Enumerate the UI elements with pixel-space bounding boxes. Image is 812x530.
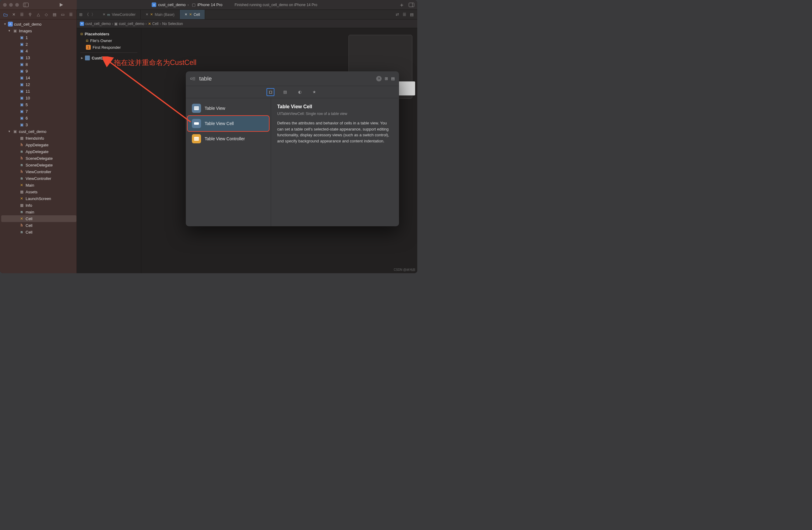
image-file-row[interactable]: ▣6 (1, 115, 76, 121)
breadcrumb-item[interactable]: cust_cell_demo (85, 22, 111, 26)
run-button[interactable] (59, 3, 63, 7)
close-tab-icon[interactable]: ✕ (185, 13, 187, 16)
minimize-window-icon[interactable] (9, 3, 13, 7)
symbol-navigator-tab[interactable]: ☰ (19, 12, 25, 17)
scheme-selector[interactable]: A cust_cell_demo › (152, 2, 189, 7)
editor-tab[interactable]: ✕✕Main (Base) (141, 10, 180, 19)
project-root-row[interactable]: ▼ A cust_cell_demo (1, 21, 76, 27)
editor-tab[interactable]: ✕✕Cell (180, 10, 205, 19)
cube-icon: ⧈ (86, 38, 88, 43)
source-file-row[interactable]: hAppDelegate (1, 141, 76, 148)
app-icon: A (8, 22, 13, 27)
file-label: Cell (26, 223, 32, 228)
library-search-input[interactable] (199, 75, 373, 82)
sidebar-toggle-icon[interactable] (23, 3, 29, 7)
image-file-row[interactable]: ▣10 (1, 95, 76, 101)
library-result-row[interactable]: Table View Cell (188, 116, 269, 131)
back-button[interactable]: 〈 (85, 12, 89, 17)
images-group-row[interactable]: ▼ ▣ Images (1, 27, 76, 34)
debug-navigator-tab[interactable]: ▤ (52, 12, 57, 17)
detail-title: Table View Cell (277, 103, 393, 110)
close-window-icon[interactable] (3, 3, 7, 7)
library-menu-icon[interactable] (190, 76, 195, 81)
destination-selector[interactable]: ▢ iPhone 14 Pro (192, 2, 222, 7)
breakpoint-navigator-tab[interactable]: ▭ (60, 12, 65, 17)
source-file-row[interactable]: ▦friendsInfo (1, 135, 76, 141)
add-editor-icon[interactable]: ▤ (410, 12, 414, 17)
breadcrumb-item[interactable]: cust_cell_demo (119, 22, 144, 26)
chevron-right-icon: › (112, 22, 113, 26)
image-file-row[interactable]: ▣9 (1, 68, 76, 74)
file-label: 3 (26, 123, 28, 127)
source-file-row[interactable]: hViewController (1, 168, 76, 175)
image-file-row[interactable]: ▣12 (1, 81, 76, 88)
image-file-row[interactable]: ▣4 (1, 47, 76, 54)
zoom-window-icon[interactable] (15, 3, 19, 7)
image-icon: ▣ (19, 62, 24, 67)
source-file-row[interactable]: ✕Main (1, 182, 76, 189)
jump-bar[interactable]: A cust_cell_demo › ▣ cust_cell_demo › ✕ … (77, 19, 417, 28)
find-navigator-tab[interactable]: ⚲ (27, 12, 33, 17)
issue-navigator-tab[interactable]: △ (35, 12, 41, 17)
source-file-row[interactable]: hSceneDelegate (1, 155, 76, 162)
image-file-row[interactable]: ▣8 (1, 61, 76, 68)
project-navigator-tab[interactable] (3, 12, 8, 17)
disclosure-icon[interactable]: ▼ (4, 23, 7, 26)
h-icon: h (19, 169, 24, 174)
color-filter-icon[interactable]: ◐ (297, 89, 303, 95)
library-result-row[interactable]: Table View (188, 101, 269, 116)
source-file-row[interactable]: hCell (1, 222, 76, 229)
src-group-row[interactable]: ▼ ▣ cust_cell_demo (1, 128, 76, 135)
related-items-icon[interactable]: ⊞ (79, 12, 83, 17)
first-responder-item[interactable]: 1 First Responder (78, 44, 139, 51)
disclosure-icon[interactable]: ▼ (8, 29, 11, 32)
chevron-right-icon[interactable]: ▶ (81, 56, 83, 59)
test-navigator-tab[interactable]: ◇ (44, 12, 49, 17)
clear-search-button[interactable]: ✕ (376, 76, 382, 81)
report-navigator-tab[interactable]: ☰ (68, 12, 73, 17)
source-file-row[interactable]: mCell (1, 229, 76, 235)
source-file-row[interactable]: ✕LaunchScreen (1, 195, 76, 202)
editor-options-icon[interactable]: ☰ (403, 12, 406, 17)
objects-filter-icon[interactable]: ◻ (267, 89, 274, 95)
source-control-navigator-tab[interactable]: ✕ (11, 12, 16, 17)
image-icon: ▣ (19, 56, 24, 60)
build-status-text: Finished running cust_cell_demo on iPhon… (234, 3, 317, 7)
snippets-filter-icon[interactable]: ★ (311, 89, 317, 95)
image-file-row[interactable]: ▣5 (1, 101, 76, 108)
source-file-row[interactable]: ✕Cell (1, 215, 76, 222)
library-results-list[interactable]: Table ViewTable View CellTable View Cont… (186, 98, 271, 226)
editor-tab[interactable]: ✕mViewController (98, 10, 141, 19)
navigator-tree[interactable]: ▼ A cust_cell_demo ▼ ▣ Images ▣1▣2▣4▣13▣… (0, 19, 76, 273)
image-file-row[interactable]: ▣3 (1, 121, 76, 128)
image-file-row[interactable]: ▣13 (1, 54, 76, 61)
placeholders-section[interactable]: ⧈ Placeholders (78, 30, 139, 37)
files-owner-item[interactable]: ⧈ File's Owner (78, 37, 139, 44)
image-file-row[interactable]: ▣14 (1, 74, 76, 81)
forward-button[interactable]: 〉 (91, 12, 95, 17)
source-file-row[interactable]: mViewController (1, 175, 76, 182)
source-file-row[interactable]: ▦Assets (1, 189, 76, 195)
source-file-row[interactable]: mAppDelegate (1, 148, 76, 155)
source-file-row[interactable]: mSceneDelegate (1, 162, 76, 168)
adjust-editor-icon[interactable]: ⇄ (396, 12, 399, 17)
disclosure-icon[interactable]: ▼ (8, 130, 11, 133)
image-file-row[interactable]: ▣7 (1, 108, 76, 115)
close-tab-icon[interactable]: ✕ (146, 13, 148, 16)
add-button[interactable]: ＋ (399, 1, 405, 9)
m-icon: m (19, 150, 24, 154)
breadcrumb-item[interactable]: No Selection (162, 22, 183, 26)
media-filter-icon[interactable]: ▨ (282, 89, 288, 95)
image-icon: ▣ (19, 123, 24, 127)
grid-view-icon[interactable]: ⊞ (385, 76, 388, 81)
image-file-row[interactable]: ▣2 (1, 41, 76, 47)
breadcrumb-item[interactable]: Cell (152, 22, 159, 26)
library-toggle-icon[interactable] (409, 3, 414, 7)
image-file-row[interactable]: ▣11 (1, 88, 76, 95)
source-file-row[interactable]: ▦Info (1, 202, 76, 209)
source-file-row[interactable]: mmain (1, 209, 76, 215)
close-tab-icon[interactable]: ✕ (103, 13, 105, 16)
list-view-icon[interactable]: ▤ (391, 76, 395, 81)
image-file-row[interactable]: ▣1 (1, 34, 76, 41)
library-result-row[interactable]: Table View Controller (188, 131, 269, 147)
